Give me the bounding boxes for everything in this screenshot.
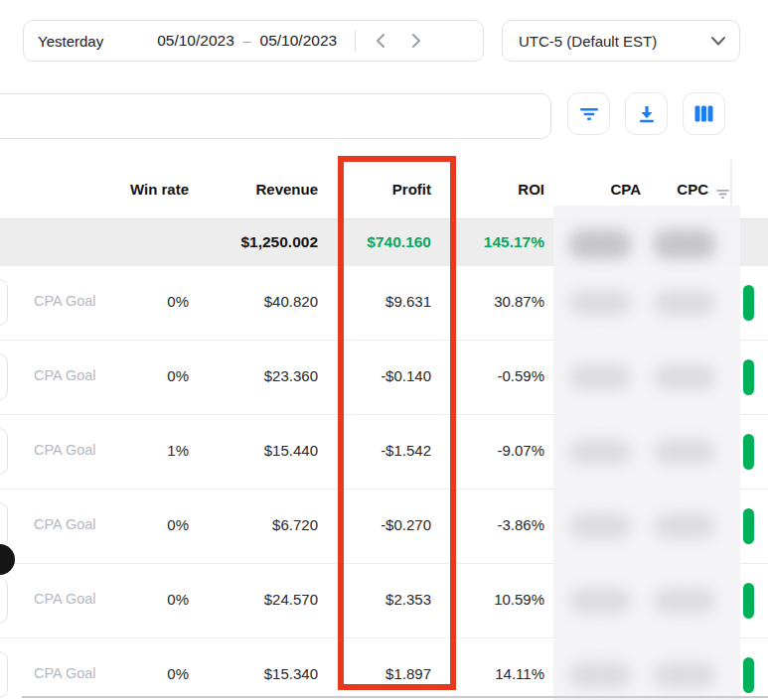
- column-header-revenue[interactable]: Revenue: [215, 181, 318, 201]
- date-range-dash: –: [243, 33, 251, 49]
- cpa-goal-input[interactable]: [0, 577, 8, 624]
- blurred-value: [654, 229, 715, 259]
- cpa-goal-input[interactable]: [0, 353, 8, 400]
- chevron-left-icon: [376, 34, 385, 48]
- blurred-value: [654, 290, 715, 316]
- blurred-value: [654, 588, 715, 614]
- roi-value: 10.59%: [441, 591, 544, 611]
- profit-value: $1.897: [328, 665, 431, 685]
- blurred-value: [654, 439, 715, 465]
- win-rate-value: 0%: [87, 516, 189, 536]
- download-icon: [638, 105, 656, 123]
- blurred-value: [569, 229, 631, 259]
- date-range-values[interactable]: 05/10/2023 – 05/10/2023: [157, 32, 337, 50]
- profit-value: -$0.140: [328, 367, 431, 387]
- date-preset-label[interactable]: Yesterday: [38, 33, 103, 50]
- roi-value: -3.86%: [441, 516, 544, 536]
- columns-icon: [694, 105, 713, 122]
- cpc-filter-button[interactable]: [715, 186, 730, 204]
- status-bar-green: [743, 434, 754, 470]
- column-header-profit[interactable]: Profit: [328, 181, 431, 201]
- columns-button[interactable]: [683, 92, 725, 135]
- cpa-goal-input[interactable]: [0, 428, 8, 475]
- status-bar-green: [743, 657, 754, 693]
- column-header-roi[interactable]: ROI: [441, 181, 544, 201]
- cpa-goal-input[interactable]: [0, 651, 8, 698]
- table-bottom-divider: [22, 696, 768, 698]
- revenue-value: $6.720: [215, 516, 318, 536]
- roi-value: 30.87%: [441, 293, 544, 313]
- status-bar-green: [743, 583, 754, 619]
- filter-button[interactable]: [567, 92, 610, 135]
- filter-icon: [579, 107, 599, 121]
- profit-value: -$1.542: [328, 442, 431, 462]
- column-header-win-rate[interactable]: Win rate: [87, 181, 189, 201]
- revenue-value: $40.820: [215, 293, 318, 313]
- next-day-button[interactable]: [405, 30, 427, 52]
- date-start[interactable]: 05/10/2023: [157, 32, 234, 50]
- revenue-value: $24.570: [215, 591, 318, 611]
- chevron-down-icon: [711, 37, 725, 46]
- profit-value: -$0.270: [328, 516, 431, 536]
- date-end[interactable]: 05/10/2023: [260, 32, 338, 50]
- cpa-goal-input[interactable]: [0, 502, 8, 549]
- win-rate-value: 0%: [87, 665, 189, 685]
- blurred-value: [654, 662, 715, 688]
- filter-icon: [715, 189, 730, 200]
- roi-value: 14.11%: [441, 665, 544, 685]
- revenue-value: $15.440: [215, 442, 318, 462]
- column-divider[interactable]: [730, 160, 732, 207]
- chevron-right-icon: [411, 34, 421, 48]
- summary-profit: $740.160: [328, 233, 431, 253]
- status-bar-green: [743, 359, 754, 395]
- summary-roi: 145.17%: [441, 233, 544, 253]
- revenue-value: $15.340: [215, 665, 318, 685]
- win-rate-value: 0%: [87, 367, 189, 387]
- download-button[interactable]: [625, 92, 668, 135]
- profit-value: $2.353: [328, 591, 431, 611]
- win-rate-value: 0%: [87, 293, 189, 313]
- win-rate-value: 0%: [87, 591, 189, 611]
- timezone-value: UTC-5 (Default EST): [519, 33, 657, 50]
- search-input[interactable]: [0, 93, 551, 139]
- blurred-value: [569, 439, 631, 465]
- date-range-picker[interactable]: Yesterday 05/10/2023 – 05/10/2023: [23, 20, 484, 62]
- blurred-value: [654, 364, 715, 390]
- column-header-cpc[interactable]: CPC: [609, 181, 708, 201]
- revenue-value: $23.360: [215, 367, 318, 387]
- blurred-value: [569, 290, 631, 316]
- blurred-value: [569, 588, 631, 614]
- blurred-value: [569, 364, 631, 390]
- prev-day-button[interactable]: [370, 30, 391, 52]
- win-rate-value: 1%: [87, 442, 189, 462]
- status-bar-green: [743, 285, 754, 321]
- timezone-select[interactable]: UTC-5 (Default EST): [502, 20, 740, 62]
- blurred-value: [569, 513, 631, 539]
- cpa-goal-input[interactable]: [0, 279, 8, 326]
- profit-value: $9.631: [328, 293, 431, 313]
- roi-value: -9.07%: [441, 442, 544, 462]
- blurred-value: [569, 662, 631, 688]
- status-bar-green: [743, 508, 754, 544]
- blurred-cpa-cpc-zone: [553, 206, 740, 700]
- roi-value: -0.59%: [441, 367, 544, 387]
- blurred-value: [654, 513, 715, 539]
- divider: [355, 30, 356, 52]
- summary-revenue: $1,250.002: [215, 233, 318, 253]
